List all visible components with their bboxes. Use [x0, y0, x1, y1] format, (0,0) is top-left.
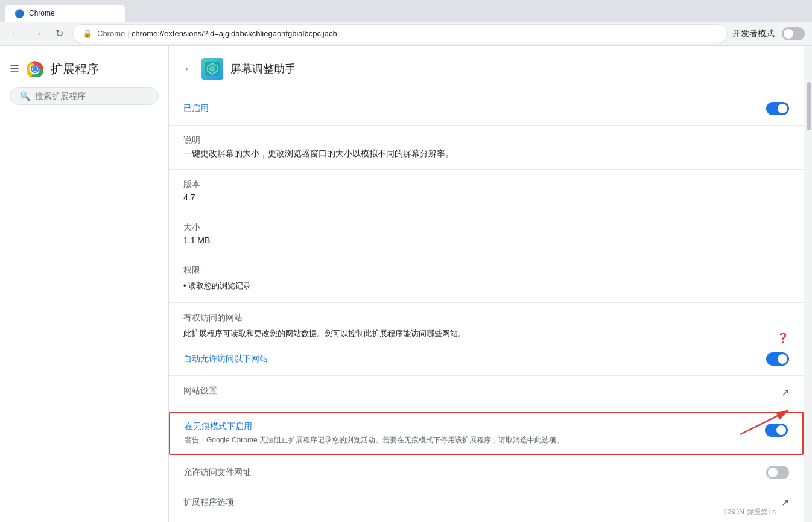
browser-tab[interactable]: 🔵 Chrome	[5, 5, 125, 22]
extension-detail: ← 屏幕调整助手 已启用 说明	[169, 46, 804, 522]
auto-allow-slider	[766, 352, 789, 366]
file-url-toggle[interactable]	[766, 466, 789, 479]
file-url-section: 允许访问文件网址	[169, 457, 804, 488]
back-button[interactable]: ←	[7, 25, 24, 42]
sidebar: ☰ 扩展程序 🔍	[0, 46, 169, 522]
size-value: 1.1 MB	[183, 235, 789, 245]
description-value: 一键更改屏幕的大小，更改浏览器窗口的大小以模拟不同的屏幕分辨率。	[183, 148, 789, 159]
sidebar-header: ☰ 扩展程序	[0, 56, 168, 87]
site-settings-label: 网站设置	[183, 386, 217, 396]
description-section: 说明 一键更改屏幕的大小，更改浏览器窗口的大小以模拟不同的屏幕分辨率。	[169, 126, 804, 170]
website-access-row: 此扩展程序可读取和更改您的网站数据。您可以控制此扩展程序能访问哪些网站。 ❓	[183, 328, 789, 346]
menu-icon[interactable]: ☰	[10, 62, 19, 75]
extension-header: ← 屏幕调整助手	[169, 46, 804, 92]
auto-allow-row: 自动允许访问以下网站	[183, 352, 789, 366]
reload-button[interactable]: ↻	[51, 25, 68, 42]
forward-button[interactable]: →	[29, 25, 46, 42]
extension-name: 屏幕调整助手	[230, 62, 296, 76]
dev-mode-toggle[interactable]	[782, 27, 805, 40]
version-label: 版本	[183, 179, 789, 190]
watermark: CSDN @涅槃Ls	[724, 507, 776, 517]
search-input[interactable]	[35, 91, 148, 101]
extension-icon-svg	[205, 62, 220, 76]
site-settings-section: 网站设置 ↗	[169, 376, 804, 409]
extension-icon	[201, 58, 223, 80]
page-title: 扩展程序	[51, 61, 99, 77]
incognito-desc: 警告：Google Chrome 无法阻止扩展程序记录您的浏览活动。若要在无痕模…	[185, 434, 755, 445]
url-separator: |	[127, 29, 132, 38]
ext-options-label: 扩展程序选项	[183, 497, 234, 508]
incognito-title: 在无痕模式下启用	[185, 421, 755, 432]
website-access-header: 有权访问的网站	[183, 313, 789, 323]
scrollbar-thumb	[807, 82, 811, 130]
chrome-logo	[27, 60, 43, 77]
developer-mode-container: 开发者模式	[732, 27, 805, 40]
enabled-slider	[766, 102, 789, 115]
version-section: 版本 4.7	[169, 170, 804, 212]
enabled-section: 已启用	[169, 92, 804, 126]
incognito-section: 在无痕模式下启用 警告：Google Chrome 无法阻止扩展程序记录您的浏览…	[169, 412, 804, 455]
url-highlight: Chrome	[97, 29, 125, 38]
tab-favicon: 🔵	[14, 9, 24, 18]
auto-allow-label: 自动允许访问以下网站	[183, 354, 268, 364]
permission-item: 读取您的浏览记录	[183, 279, 789, 293]
ext-options-section: 扩展程序选项 ↗	[169, 488, 804, 517]
file-url-label: 允许访问文件网址	[183, 467, 251, 478]
website-access-desc: 此扩展程序可读取和更改您的网站数据。您可以控制此扩展程序能访问哪些网站。	[183, 328, 466, 339]
size-section: 大小 1.1 MB	[169, 212, 804, 255]
description-label: 说明	[183, 135, 789, 146]
scrollbar[interactable]	[804, 46, 812, 522]
incognito-toggle[interactable]	[765, 424, 788, 437]
version-value: 4.7	[183, 193, 789, 202]
svg-point-3	[33, 66, 37, 71]
enabled-label: 已启用	[183, 103, 209, 114]
incognito-text: 在无痕模式下启用 警告：Google Chrome 无法阻止扩展程序记录您的浏览…	[185, 421, 755, 445]
ext-options-link-icon[interactable]: ↗	[781, 497, 789, 508]
permissions-label: 权限	[183, 265, 789, 276]
external-link-icon[interactable]: ↗	[781, 387, 789, 398]
url-text: Chrome | chrome://extensions/?id=ajgidah…	[97, 29, 337, 38]
auto-allow-toggle[interactable]	[766, 352, 789, 366]
tab-title: Chrome	[29, 9, 55, 18]
permissions-section: 权限 读取您的浏览记录	[169, 255, 804, 303]
back-button[interactable]: ←	[183, 63, 194, 75]
file-url-slider	[766, 466, 789, 479]
enabled-toggle[interactable]	[766, 102, 789, 115]
help-icon[interactable]: ❓	[777, 332, 789, 343]
chrome-store-section: 在 Chrome 应用商店中查看详情 ↗	[169, 517, 804, 522]
dev-mode-label: 开发者模式	[732, 28, 775, 39]
url-scheme: chrome://extensions/?id=ajgidahckchliega…	[132, 29, 337, 38]
main-content: ← 屏幕调整助手 已启用 说明	[169, 46, 804, 522]
incognito-slider	[765, 424, 788, 437]
lock-icon: 🔒	[83, 29, 92, 38]
search-bar[interactable]: 🔍	[10, 87, 159, 105]
permissions-list: 读取您的浏览记录	[183, 279, 789, 293]
size-label: 大小	[183, 222, 789, 233]
url-bar[interactable]: 🔒 Chrome | chrome://extensions/?id=ajgid…	[72, 24, 728, 43]
search-icon: 🔍	[20, 91, 30, 101]
dev-mode-slider	[782, 27, 805, 40]
website-access-section: 有权访问的网站 此扩展程序可读取和更改您的网站数据。您可以控制此扩展程序能访问哪…	[169, 303, 804, 376]
address-bar-row: ← → ↻ 🔒 Chrome | chrome://extensions/?id…	[0, 22, 812, 46]
